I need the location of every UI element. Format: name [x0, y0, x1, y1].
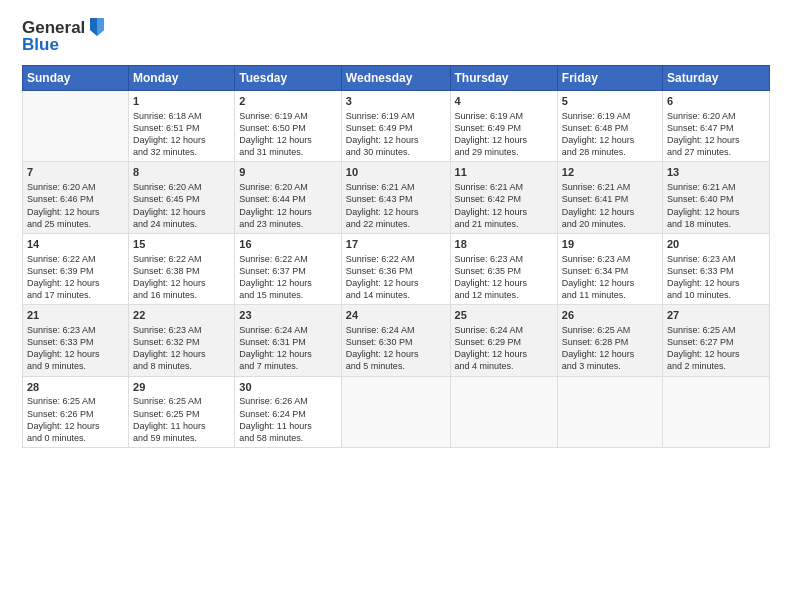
weekday-monday: Monday: [129, 66, 235, 91]
day-info: Sunrise: 6:18 AM Sunset: 6:51 PM Dayligh…: [133, 110, 230, 159]
logo-icon: [87, 16, 107, 38]
day-info: Sunrise: 6:21 AM Sunset: 6:43 PM Dayligh…: [346, 181, 446, 230]
day-info: Sunrise: 6:19 AM Sunset: 6:49 PM Dayligh…: [346, 110, 446, 159]
calendar-table: SundayMondayTuesdayWednesdayThursdayFrid…: [22, 65, 770, 448]
day-number: 12: [562, 165, 658, 180]
weekday-sunday: Sunday: [23, 66, 129, 91]
day-info: Sunrise: 6:25 AM Sunset: 6:28 PM Dayligh…: [562, 324, 658, 373]
day-info: Sunrise: 6:20 AM Sunset: 6:47 PM Dayligh…: [667, 110, 765, 159]
weekday-friday: Friday: [557, 66, 662, 91]
calendar-day-cell: 1Sunrise: 6:18 AM Sunset: 6:51 PM Daylig…: [129, 91, 235, 162]
calendar-day-cell: 17Sunrise: 6:22 AM Sunset: 6:36 PM Dayli…: [341, 233, 450, 304]
calendar-day-cell: 26Sunrise: 6:25 AM Sunset: 6:28 PM Dayli…: [557, 305, 662, 376]
day-info: Sunrise: 6:23 AM Sunset: 6:33 PM Dayligh…: [667, 253, 765, 302]
calendar-day-cell: 29Sunrise: 6:25 AM Sunset: 6:25 PM Dayli…: [129, 376, 235, 447]
calendar-day-cell: 9Sunrise: 6:20 AM Sunset: 6:44 PM Daylig…: [235, 162, 342, 233]
calendar-day-cell: 20Sunrise: 6:23 AM Sunset: 6:33 PM Dayli…: [663, 233, 770, 304]
day-info: Sunrise: 6:24 AM Sunset: 6:29 PM Dayligh…: [455, 324, 553, 373]
calendar-week-row: 28Sunrise: 6:25 AM Sunset: 6:26 PM Dayli…: [23, 376, 770, 447]
calendar-day-cell: 6Sunrise: 6:20 AM Sunset: 6:47 PM Daylig…: [663, 91, 770, 162]
day-info: Sunrise: 6:24 AM Sunset: 6:30 PM Dayligh…: [346, 324, 446, 373]
day-number: 18: [455, 237, 553, 252]
calendar-day-cell: 2Sunrise: 6:19 AM Sunset: 6:50 PM Daylig…: [235, 91, 342, 162]
day-info: Sunrise: 6:23 AM Sunset: 6:33 PM Dayligh…: [27, 324, 124, 373]
day-number: 11: [455, 165, 553, 180]
weekday-saturday: Saturday: [663, 66, 770, 91]
header: General Blue: [22, 18, 770, 55]
day-info: Sunrise: 6:25 AM Sunset: 6:26 PM Dayligh…: [27, 395, 124, 444]
day-info: Sunrise: 6:19 AM Sunset: 6:50 PM Dayligh…: [239, 110, 337, 159]
calendar-day-cell: 14Sunrise: 6:22 AM Sunset: 6:39 PM Dayli…: [23, 233, 129, 304]
day-info: Sunrise: 6:22 AM Sunset: 6:39 PM Dayligh…: [27, 253, 124, 302]
day-number: 23: [239, 308, 337, 323]
calendar-day-cell: 22Sunrise: 6:23 AM Sunset: 6:32 PM Dayli…: [129, 305, 235, 376]
day-info: Sunrise: 6:25 AM Sunset: 6:27 PM Dayligh…: [667, 324, 765, 373]
calendar-week-row: 7Sunrise: 6:20 AM Sunset: 6:46 PM Daylig…: [23, 162, 770, 233]
day-info: Sunrise: 6:22 AM Sunset: 6:38 PM Dayligh…: [133, 253, 230, 302]
day-number: 2: [239, 94, 337, 109]
day-number: 29: [133, 380, 230, 395]
day-number: 30: [239, 380, 337, 395]
calendar-day-cell: 3Sunrise: 6:19 AM Sunset: 6:49 PM Daylig…: [341, 91, 450, 162]
page: General Blue SundayMondayTuesdayWednesda…: [0, 0, 792, 612]
day-info: Sunrise: 6:22 AM Sunset: 6:36 PM Dayligh…: [346, 253, 446, 302]
day-info: Sunrise: 6:20 AM Sunset: 6:45 PM Dayligh…: [133, 181, 230, 230]
day-number: 22: [133, 308, 230, 323]
day-number: 25: [455, 308, 553, 323]
day-number: 5: [562, 94, 658, 109]
day-number: 9: [239, 165, 337, 180]
calendar-day-cell: 25Sunrise: 6:24 AM Sunset: 6:29 PM Dayli…: [450, 305, 557, 376]
calendar-day-cell: 11Sunrise: 6:21 AM Sunset: 6:42 PM Dayli…: [450, 162, 557, 233]
day-number: 28: [27, 380, 124, 395]
day-number: 14: [27, 237, 124, 252]
day-number: 17: [346, 237, 446, 252]
calendar-week-row: 14Sunrise: 6:22 AM Sunset: 6:39 PM Dayli…: [23, 233, 770, 304]
svg-marker-1: [97, 18, 104, 36]
day-info: Sunrise: 6:20 AM Sunset: 6:46 PM Dayligh…: [27, 181, 124, 230]
day-number: 15: [133, 237, 230, 252]
calendar-week-row: 1Sunrise: 6:18 AM Sunset: 6:51 PM Daylig…: [23, 91, 770, 162]
day-number: 4: [455, 94, 553, 109]
weekday-thursday: Thursday: [450, 66, 557, 91]
weekday-wednesday: Wednesday: [341, 66, 450, 91]
day-number: 16: [239, 237, 337, 252]
day-number: 24: [346, 308, 446, 323]
day-number: 21: [27, 308, 124, 323]
calendar-day-cell: [450, 376, 557, 447]
calendar-day-cell: 18Sunrise: 6:23 AM Sunset: 6:35 PM Dayli…: [450, 233, 557, 304]
weekday-tuesday: Tuesday: [235, 66, 342, 91]
day-info: Sunrise: 6:23 AM Sunset: 6:32 PM Dayligh…: [133, 324, 230, 373]
calendar-day-cell: 28Sunrise: 6:25 AM Sunset: 6:26 PM Dayli…: [23, 376, 129, 447]
calendar-day-cell: 27Sunrise: 6:25 AM Sunset: 6:27 PM Dayli…: [663, 305, 770, 376]
day-number: 7: [27, 165, 124, 180]
logo-blue-text: Blue: [22, 35, 107, 55]
calendar-day-cell: 15Sunrise: 6:22 AM Sunset: 6:38 PM Dayli…: [129, 233, 235, 304]
calendar-day-cell: 4Sunrise: 6:19 AM Sunset: 6:49 PM Daylig…: [450, 91, 557, 162]
day-info: Sunrise: 6:20 AM Sunset: 6:44 PM Dayligh…: [239, 181, 337, 230]
day-info: Sunrise: 6:24 AM Sunset: 6:31 PM Dayligh…: [239, 324, 337, 373]
calendar-day-cell: 19Sunrise: 6:23 AM Sunset: 6:34 PM Dayli…: [557, 233, 662, 304]
day-number: 1: [133, 94, 230, 109]
day-number: 3: [346, 94, 446, 109]
day-info: Sunrise: 6:19 AM Sunset: 6:49 PM Dayligh…: [455, 110, 553, 159]
calendar-day-cell: 5Sunrise: 6:19 AM Sunset: 6:48 PM Daylig…: [557, 91, 662, 162]
calendar-day-cell: 23Sunrise: 6:24 AM Sunset: 6:31 PM Dayli…: [235, 305, 342, 376]
calendar-day-cell: 30Sunrise: 6:26 AM Sunset: 6:24 PM Dayli…: [235, 376, 342, 447]
day-info: Sunrise: 6:21 AM Sunset: 6:41 PM Dayligh…: [562, 181, 658, 230]
day-info: Sunrise: 6:23 AM Sunset: 6:34 PM Dayligh…: [562, 253, 658, 302]
day-info: Sunrise: 6:21 AM Sunset: 6:42 PM Dayligh…: [455, 181, 553, 230]
day-number: 26: [562, 308, 658, 323]
day-info: Sunrise: 6:25 AM Sunset: 6:25 PM Dayligh…: [133, 395, 230, 444]
day-number: 19: [562, 237, 658, 252]
day-number: 13: [667, 165, 765, 180]
day-info: Sunrise: 6:22 AM Sunset: 6:37 PM Dayligh…: [239, 253, 337, 302]
day-info: Sunrise: 6:19 AM Sunset: 6:48 PM Dayligh…: [562, 110, 658, 159]
calendar-week-row: 21Sunrise: 6:23 AM Sunset: 6:33 PM Dayli…: [23, 305, 770, 376]
calendar-day-cell: 13Sunrise: 6:21 AM Sunset: 6:40 PM Dayli…: [663, 162, 770, 233]
calendar-day-cell: 8Sunrise: 6:20 AM Sunset: 6:45 PM Daylig…: [129, 162, 235, 233]
calendar-day-cell: 16Sunrise: 6:22 AM Sunset: 6:37 PM Dayli…: [235, 233, 342, 304]
calendar-day-cell: 24Sunrise: 6:24 AM Sunset: 6:30 PM Dayli…: [341, 305, 450, 376]
day-info: Sunrise: 6:26 AM Sunset: 6:24 PM Dayligh…: [239, 395, 337, 444]
calendar-day-cell: 10Sunrise: 6:21 AM Sunset: 6:43 PM Dayli…: [341, 162, 450, 233]
calendar-day-cell: [341, 376, 450, 447]
